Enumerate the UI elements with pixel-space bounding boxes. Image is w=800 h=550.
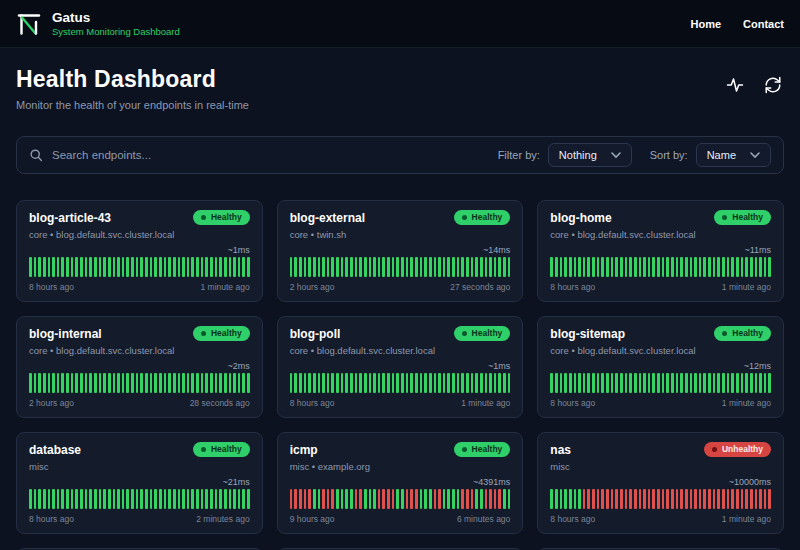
uptime-bar[interactable] xyxy=(29,257,32,277)
uptime-bar[interactable] xyxy=(359,489,362,509)
uptime-bar[interactable] xyxy=(634,489,637,509)
uptime-bar[interactable] xyxy=(140,257,143,277)
uptime-bar[interactable] xyxy=(560,257,563,277)
uptime-bar[interactable] xyxy=(574,489,577,509)
uptime-bar[interactable] xyxy=(759,373,762,393)
uptime-bar[interactable] xyxy=(215,373,218,393)
uptime-bar[interactable] xyxy=(48,489,51,509)
uptime-bar[interactable] xyxy=(34,373,37,393)
uptime-bar[interactable] xyxy=(43,373,46,393)
uptime-bar[interactable] xyxy=(555,373,558,393)
uptime-bar[interactable] xyxy=(210,373,213,393)
uptime-bar[interactable] xyxy=(242,257,245,277)
uptime-bar[interactable] xyxy=(480,257,483,277)
uptime-bar[interactable] xyxy=(242,489,245,509)
uptime-bar[interactable] xyxy=(652,257,655,277)
uptime-bar[interactable] xyxy=(401,489,404,509)
uptime-bar[interactable] xyxy=(345,373,348,393)
uptime-bar[interactable] xyxy=(685,373,688,393)
uptime-bar[interactable] xyxy=(159,489,162,509)
uptime-bar[interactable] xyxy=(755,373,758,393)
uptime-bar[interactable] xyxy=(727,489,730,509)
uptime-bar[interactable] xyxy=(415,489,418,509)
uptime-bar[interactable] xyxy=(168,257,171,277)
uptime-bar[interactable] xyxy=(387,373,390,393)
uptime-bar[interactable] xyxy=(643,373,646,393)
uptime-bar[interactable] xyxy=(94,489,97,509)
uptime-bar[interactable] xyxy=(634,257,637,277)
uptime-bar[interactable] xyxy=(145,489,148,509)
uptime-bar[interactable] xyxy=(313,373,316,393)
search-input[interactable] xyxy=(52,149,480,161)
uptime-bar[interactable] xyxy=(238,489,241,509)
uptime-bar[interactable] xyxy=(94,257,97,277)
uptime-bar[interactable] xyxy=(369,373,372,393)
uptime-bar[interactable] xyxy=(85,489,88,509)
uptime-bar[interactable] xyxy=(304,257,307,277)
uptime-bar[interactable] xyxy=(38,257,41,277)
uptime-bar[interactable] xyxy=(717,489,720,509)
uptime-bar[interactable] xyxy=(382,489,385,509)
uptime-bar[interactable] xyxy=(322,257,325,277)
uptime-bar[interactable] xyxy=(676,257,679,277)
uptime-bar[interactable] xyxy=(233,373,236,393)
uptime-bar[interactable] xyxy=(178,489,181,509)
uptime-bar[interactable] xyxy=(680,257,683,277)
uptime-bar[interactable] xyxy=(420,257,423,277)
uptime-bar[interactable] xyxy=(350,489,353,509)
uptime-bar[interactable] xyxy=(564,257,567,277)
uptime-bar[interactable] xyxy=(187,373,190,393)
uptime-bar[interactable] xyxy=(205,373,208,393)
uptime-bar[interactable] xyxy=(485,373,488,393)
uptime-bar[interactable] xyxy=(304,373,307,393)
uptime-bar[interactable] xyxy=(429,489,432,509)
uptime-bar[interactable] xyxy=(722,489,725,509)
uptime-bar[interactable] xyxy=(205,489,208,509)
uptime-bar[interactable] xyxy=(103,489,106,509)
uptime-bar[interactable] xyxy=(66,489,69,509)
uptime-bar[interactable] xyxy=(224,489,227,509)
uptime-bar[interactable] xyxy=(452,373,455,393)
uptime-bar[interactable] xyxy=(475,257,478,277)
uptime-bar[interactable] xyxy=(461,373,464,393)
uptime-bar[interactable] xyxy=(238,257,241,277)
uptime-bar[interactable] xyxy=(550,257,553,277)
uptime-bar[interactable] xyxy=(503,489,506,509)
uptime-bar[interactable] xyxy=(378,373,381,393)
uptime-bar[interactable] xyxy=(178,373,181,393)
uptime-bar[interactable] xyxy=(625,489,628,509)
uptime-bar[interactable] xyxy=(643,489,646,509)
uptime-bar[interactable] xyxy=(415,257,418,277)
uptime-bar[interactable] xyxy=(154,489,157,509)
uptime-bar[interactable] xyxy=(126,257,129,277)
uptime-bar[interactable] xyxy=(191,373,194,393)
uptime-bar[interactable] xyxy=(457,257,460,277)
uptime-bar[interactable] xyxy=(327,257,330,277)
endpoint-card[interactable]: blog-home Healthy core • blog.default.sv… xyxy=(537,200,784,302)
uptime-bar[interactable] xyxy=(648,489,651,509)
uptime-bar[interactable] xyxy=(89,257,92,277)
uptime-bar[interactable] xyxy=(294,489,297,509)
uptime-bar[interactable] xyxy=(457,373,460,393)
uptime-bar[interactable] xyxy=(327,373,330,393)
uptime-bar[interactable] xyxy=(345,489,348,509)
uptime-bar[interactable] xyxy=(71,373,74,393)
uptime-bar[interactable] xyxy=(154,373,157,393)
uptime-bar[interactable] xyxy=(313,489,316,509)
uptime-bar[interactable] xyxy=(508,257,511,277)
uptime-bar[interactable] xyxy=(620,373,623,393)
uptime-bar[interactable] xyxy=(136,373,139,393)
uptime-bar[interactable] xyxy=(89,489,92,509)
uptime-bar[interactable] xyxy=(75,489,78,509)
uptime-bar[interactable] xyxy=(159,373,162,393)
uptime-bar[interactable] xyxy=(331,489,334,509)
uptime-bar[interactable] xyxy=(768,257,771,277)
uptime-bar[interactable] xyxy=(466,489,469,509)
uptime-bar[interactable] xyxy=(322,373,325,393)
uptime-bar[interactable] xyxy=(717,257,720,277)
uptime-bar[interactable] xyxy=(122,373,125,393)
uptime-bar[interactable] xyxy=(196,373,199,393)
uptime-bar[interactable] xyxy=(290,373,293,393)
uptime-bar[interactable] xyxy=(583,489,586,509)
uptime-bar[interactable] xyxy=(648,257,651,277)
